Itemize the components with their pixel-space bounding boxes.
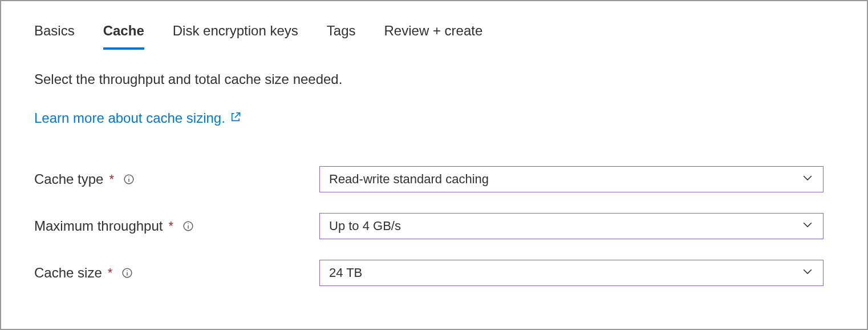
tab-cache[interactable]: Cache [103, 19, 144, 50]
info-icon[interactable] [182, 220, 194, 232]
tab-review-create[interactable]: Review + create [384, 19, 483, 50]
select-cache-type[interactable]: Read-write standard caching [319, 166, 824, 192]
required-marker: * [108, 265, 113, 280]
row-cache-size: Cache size * 24 TB [34, 260, 834, 286]
required-marker: * [109, 172, 114, 187]
row-max-throughput: Maximum throughput * Up to 4 GB/s [34, 213, 834, 239]
info-icon[interactable] [123, 174, 135, 185]
learn-more-text: Learn more about cache sizing. [34, 110, 225, 126]
chevron-down-icon [801, 171, 814, 187]
required-marker: * [168, 219, 173, 234]
select-cache-type-value: Read-write standard caching [329, 172, 489, 187]
svg-point-5 [188, 223, 189, 224]
learn-more-link[interactable]: Learn more about cache sizing. [34, 110, 241, 126]
tab-tags[interactable]: Tags [327, 19, 356, 50]
label-cache-size: Cache size * [34, 265, 319, 281]
section-description: Select the throughput and total cache si… [34, 70, 834, 88]
svg-point-8 [127, 270, 128, 271]
select-cache-size-value: 24 TB [329, 265, 362, 280]
label-cache-type: Cache type * [34, 171, 319, 187]
select-cache-size[interactable]: 24 TB [319, 260, 824, 286]
select-max-throughput-value: Up to 4 GB/s [329, 219, 401, 234]
tab-disk-encryption-keys[interactable]: Disk encryption keys [173, 19, 298, 50]
label-cache-size-text: Cache size [34, 265, 102, 281]
label-cache-type-text: Cache type [34, 171, 103, 187]
label-max-throughput: Maximum throughput * [34, 218, 319, 234]
select-max-throughput[interactable]: Up to 4 GB/s [319, 213, 824, 239]
cache-config-panel: Basics Cache Disk encryption keys Tags R… [0, 0, 868, 330]
tab-basics[interactable]: Basics [34, 19, 75, 50]
info-icon[interactable] [121, 267, 133, 279]
chevron-down-icon [801, 265, 814, 281]
chevron-down-icon [801, 218, 814, 234]
external-link-icon [230, 110, 241, 126]
row-cache-type: Cache type * Read-write standard caching [34, 166, 834, 192]
svg-point-2 [128, 176, 129, 178]
label-max-throughput-text: Maximum throughput [34, 218, 163, 234]
tab-bar: Basics Cache Disk encryption keys Tags R… [34, 19, 834, 50]
